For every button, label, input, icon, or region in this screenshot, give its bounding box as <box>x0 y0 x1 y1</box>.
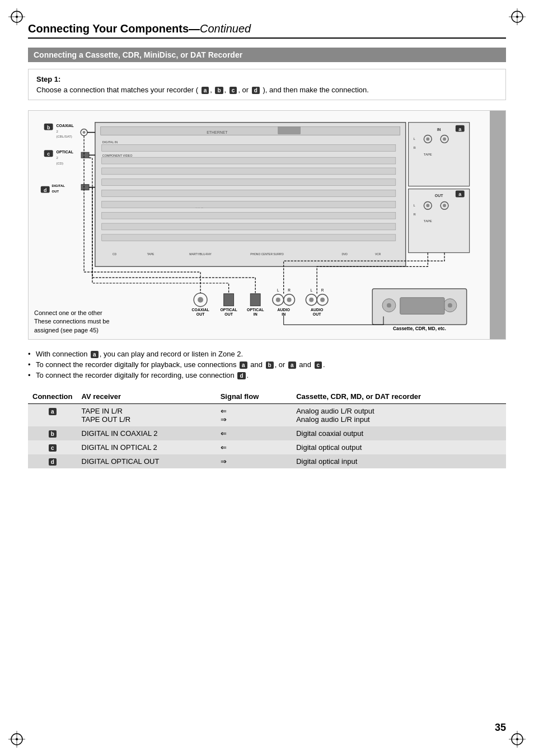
svg-text:DVD: DVD <box>341 253 348 256</box>
svg-point-98 <box>309 298 313 302</box>
svg-rect-17 <box>101 127 400 135</box>
bullet-2: To connect the recorder digitally for pl… <box>28 360 506 369</box>
svg-rect-21 <box>102 144 396 151</box>
svg-text:TAPE: TAPE <box>147 253 154 256</box>
recorder-b: Digital coaxial output <box>292 426 506 440</box>
svg-text:b: b <box>47 125 50 130</box>
table-row-b: b DIGITAL IN COAXIAL 2 ⇐ Digital coaxial… <box>28 426 506 440</box>
svg-rect-109 <box>400 298 444 314</box>
svg-text:OUT: OUT <box>224 313 233 317</box>
page-header: Connecting Your Components—Continued <box>28 22 506 39</box>
svg-text:Cassette, CDR, MD, etc.: Cassette, CDR, MD, etc. <box>393 326 446 331</box>
svg-rect-77 <box>81 185 89 190</box>
connection-table: Connection AV receiver Signal flow Casse… <box>28 389 506 468</box>
corner-mark-br <box>509 731 526 748</box>
svg-rect-30 <box>102 223 396 230</box>
signal-flow-a: ⇐⇒ <box>216 404 292 427</box>
svg-text:(CD): (CD) <box>57 162 64 165</box>
svg-point-108 <box>448 303 452 308</box>
table-row-c: c DIGITAL IN OPTICAL 2 ⇐ Digital optical… <box>28 440 506 454</box>
svg-text:AUDIO: AUDIO <box>278 308 291 312</box>
conn-badge-a: a <box>28 404 77 427</box>
svg-text:OPTICAL: OPTICAL <box>57 150 74 154</box>
svg-text:OPTICAL: OPTICAL <box>247 308 264 312</box>
svg-text:COAXIAL: COAXIAL <box>192 308 210 312</box>
svg-text:VCR: VCR <box>375 253 381 256</box>
svg-text:PHONO CENTER SURR'D: PHONO CENTER SURR'D <box>250 253 284 256</box>
svg-text:COAXIAL: COAXIAL <box>57 124 74 128</box>
svg-rect-31 <box>102 234 396 241</box>
signal-flow-b: ⇐ <box>216 426 292 440</box>
svg-text:c: c <box>47 151 50 157</box>
page: Connecting Your Components—Continued Con… <box>0 0 534 756</box>
badge-a-bullet: a <box>91 351 99 358</box>
svg-rect-24 <box>102 168 396 175</box>
bullet-list: With connection a, you can play and reco… <box>28 350 506 379</box>
th-connection: Connection <box>28 389 77 404</box>
svg-rect-29 <box>102 212 396 219</box>
av-receiver-c: DIGITAL IN OPTICAL 2 <box>77 440 216 454</box>
svg-text:IN: IN <box>437 128 441 132</box>
badge-a: a <box>202 87 209 94</box>
svg-point-93 <box>287 298 292 302</box>
diagram-svg: ETHERNET DIGITAL IN COMPONENT VIDEO TAPE <box>29 111 505 339</box>
table-row-d: d DIGITAL OPTICAL OUT ⇒ Digital optical … <box>28 454 506 468</box>
svg-point-79 <box>198 297 203 303</box>
svg-text:AUDIO: AUDIO <box>311 308 324 312</box>
svg-rect-26 <box>102 190 396 197</box>
svg-rect-23 <box>102 157 396 164</box>
th-av-receiver: AV receiver <box>77 389 216 404</box>
svg-text:OPTICAL: OPTICAL <box>220 308 237 312</box>
section-title: Connecting a Cassette, CDR, MiniDisc, or… <box>28 48 506 62</box>
badge-d-bullet: d <box>237 372 245 379</box>
table-row-a: a TAPE IN L/RTAPE OUT L/R ⇐⇒ Analog audi… <box>28 404 506 427</box>
page-title: Connecting Your Components—Continued <box>28 22 506 35</box>
svg-text:R: R <box>414 213 416 216</box>
th-recorder: Cassette, CDR, MD, or DAT recorder <box>292 389 506 404</box>
svg-point-57 <box>443 204 446 207</box>
signal-flow-c: ⇐ <box>216 440 292 454</box>
svg-text:ETHERNET: ETHERNET <box>207 130 228 134</box>
signal-flow-d: ⇒ <box>216 454 292 468</box>
av-receiver-d: DIGITAL OPTICAL OUT <box>77 454 216 468</box>
conn-badge-b: b <box>28 426 77 440</box>
svg-text:TAPE: TAPE <box>424 153 432 156</box>
svg-text:DIGITAL IN: DIGITAL IN <box>102 140 118 144</box>
recorder-c: Digital optical output <box>292 440 506 454</box>
svg-rect-38 <box>409 123 470 186</box>
svg-rect-28 <box>102 201 396 208</box>
recorder-a: Analog audio L/R outputAnalog audio L/R … <box>292 404 506 427</box>
conn-badge-c: c <box>28 440 77 454</box>
svg-rect-19 <box>278 127 301 134</box>
side-gray-bar <box>490 111 505 339</box>
bullet-1: With connection a, you can play and reco… <box>28 350 506 358</box>
svg-text:L: L <box>310 288 312 292</box>
svg-text:L: L <box>277 288 279 292</box>
badge-c-bullet2: c <box>315 361 322 369</box>
svg-point-55 <box>426 204 429 207</box>
diagram-area: ETHERNET DIGITAL IN COMPONENT VIDEO TAPE <box>28 110 506 340</box>
diagram-caption: Connect one or the otherThese connection… <box>34 309 110 335</box>
th-signal-flow: Signal flow <box>216 389 292 404</box>
svg-text:OUT: OUT <box>313 313 321 317</box>
svg-text:(CBL/SAT): (CBL/SAT) <box>57 135 72 139</box>
step-title: Step 1: <box>36 75 498 83</box>
svg-text:MARTY/BLU-RAY: MARTY/BLU-RAY <box>189 253 212 256</box>
svg-text:OUT: OUT <box>52 190 59 193</box>
svg-text:OUT: OUT <box>196 313 205 317</box>
badge-a-bullet2: a <box>240 361 247 369</box>
step-description: Choose a connection that matches your re… <box>36 86 498 94</box>
recorder-d: Digital optical input <box>292 454 506 468</box>
svg-text:R: R <box>414 146 416 149</box>
conn-badge-d: d <box>28 454 77 468</box>
corner-mark-bl <box>8 731 25 748</box>
badge-b: b <box>215 87 223 94</box>
svg-text:2: 2 <box>57 156 58 159</box>
svg-point-106 <box>387 303 391 308</box>
svg-point-90 <box>276 298 280 302</box>
svg-text:IN: IN <box>254 313 257 317</box>
svg-rect-49 <box>409 189 470 253</box>
badge-d: d <box>252 87 260 94</box>
svg-text:2: 2 <box>57 130 58 133</box>
svg-rect-82 <box>224 294 234 306</box>
